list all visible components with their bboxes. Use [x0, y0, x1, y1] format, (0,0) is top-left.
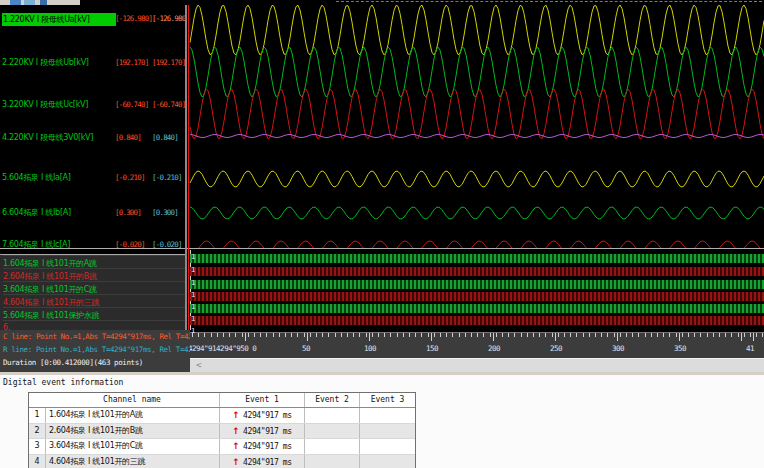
time-axis-ruler[interactable]: 4294"914294"950 05010015020025030035041 — [190, 332, 764, 359]
major-tick — [493, 333, 494, 341]
minor-tick — [415, 333, 416, 337]
digital-state-value: 1 — [191, 327, 195, 335]
minor-tick — [359, 333, 360, 337]
digital-status-bar — [190, 316, 764, 325]
minor-tick — [397, 333, 398, 337]
waveform-trace — [190, 135, 764, 138]
minor-tick — [390, 333, 391, 337]
minor-tick — [719, 333, 720, 337]
top-ruler-edge — [336, 1, 762, 2]
minor-tick — [248, 333, 249, 337]
event3-cell — [359, 424, 415, 439]
cursor-value-r: [0.840] — [152, 133, 178, 142]
minor-tick — [260, 333, 261, 337]
digital-channel-label[interactable]: 6. — [3, 320, 185, 330]
event3-cell — [359, 439, 415, 454]
channel-label: 2.220KV I 段母线Ub[kV] — [2, 57, 89, 68]
minor-tick — [570, 333, 571, 337]
digital-channel-label[interactable]: 2.604拓泉 I 线101开的B跳 — [3, 268, 185, 282]
table-header-cell: Event 2 — [304, 393, 359, 407]
minor-tick — [738, 333, 739, 337]
minor-tick — [477, 333, 478, 337]
event-time: 4294"917 ms — [243, 411, 292, 420]
table-header-row: Channel nameEvent 1Event 2Event 3 — [29, 393, 415, 408]
minor-tick — [508, 333, 509, 337]
minor-tick — [626, 333, 627, 337]
axis-tick-label: 4294"914294"950 0 — [190, 344, 256, 353]
event3-cell — [359, 455, 415, 468]
major-tick — [753, 333, 754, 341]
minor-tick — [527, 333, 528, 337]
waveform-trace — [190, 171, 764, 187]
cursor-value-c: [-60.740] — [115, 100, 148, 109]
minor-tick — [663, 333, 664, 337]
event-up-arrow-icon: ↑ — [232, 457, 243, 467]
table-row[interactable]: 33.604拓泉 I 线101开的C跳↑ 4294"917 ms — [29, 438, 415, 454]
minor-tick — [452, 333, 453, 337]
digital-state-value: 1 — [191, 303, 195, 311]
waveform-trace — [190, 207, 764, 219]
cursor-value-r: [-60.740] — [152, 100, 185, 109]
minor-tick — [347, 333, 348, 337]
minor-tick — [595, 333, 596, 337]
major-tick — [431, 333, 432, 341]
event-time: 4294"917 ms — [243, 427, 292, 436]
minor-tick — [459, 333, 460, 337]
channel-label: 6.604拓泉 I 线Ib[A] — [2, 207, 71, 218]
waveform-trace — [190, 5, 764, 55]
minor-tick — [756, 333, 757, 337]
digital-channel-label[interactable]: 1.604拓泉 I 线101开的A跳 — [3, 255, 185, 269]
event-up-arrow-icon: ↑ — [232, 410, 243, 420]
digital-state-value: 1 — [191, 291, 195, 299]
digital-event-table[interactable]: Channel nameEvent 1Event 2Event 311.604拓… — [28, 392, 416, 468]
minor-tick — [421, 333, 422, 337]
minor-tick — [403, 333, 404, 337]
minor-tick — [601, 333, 602, 337]
table-row[interactable]: 22.604拓泉 I 线101开的B跳↑ 4294"917 ms — [29, 423, 415, 439]
channel-label: 1.220KV I 段母线Ua[kV] — [2, 13, 116, 26]
waveform-plot[interactable] — [186, 5, 764, 249]
digital-channel-label[interactable]: 5.604拓泉 I 线101保护永跳 — [3, 307, 185, 321]
minor-tick — [614, 333, 615, 337]
panel-divider[interactable] — [185, 5, 187, 330]
minor-tick — [366, 333, 367, 337]
minor-tick — [545, 333, 546, 337]
minor-tick — [533, 333, 534, 337]
cursor-line-c[interactable] — [188, 5, 189, 331]
status-duration: Duration [0:00.412000](463 points) — [3, 358, 143, 367]
major-tick — [679, 333, 680, 341]
fault-recorder-window: 1.220KV I 段母线Ua[kV][-126.980][-126.980]2… — [0, 0, 764, 468]
minor-tick — [335, 333, 336, 337]
minor-tick — [242, 333, 243, 337]
minor-tick — [725, 333, 726, 337]
minor-tick — [620, 333, 621, 337]
minor-tick — [316, 333, 317, 337]
digital-channel-label[interactable]: 3.604拓泉 I 线101开的C跳 — [3, 281, 185, 295]
cursor-value-r: [192.170] — [152, 58, 185, 67]
cursor-value-c: [-0.210] — [115, 173, 145, 182]
minor-tick — [273, 333, 274, 337]
minor-tick — [682, 333, 683, 337]
event-section-body: Digital event information Channel nameEv… — [0, 375, 764, 468]
channel-name-cell: 3.604拓泉 I 线101开的C跳 — [45, 439, 219, 454]
cursor-value-c: [-126.980] — [115, 14, 152, 23]
table-row[interactable]: 11.604拓泉 I 线101开的A跳↑ 4294"917 ms — [29, 408, 415, 423]
digital-channel-label[interactable]: 4.604拓泉 I 线101开的三跳 — [3, 294, 185, 308]
cursor-value-r: [-126.980] — [152, 14, 186, 23]
axis-tick-label: 250 — [550, 344, 562, 353]
horizontal-scrollbar[interactable]: < — [190, 358, 764, 373]
minor-tick — [229, 333, 230, 337]
event2-cell — [304, 408, 359, 423]
table-row[interactable]: 44.604拓泉 I 线101开的三跳↑ 4294"917 ms — [29, 454, 415, 468]
minor-tick — [285, 333, 286, 337]
channel-label: 5.604拓泉 I 线Ia[A] — [2, 172, 71, 183]
minor-tick — [694, 333, 695, 337]
table-header-cell: Channel name — [45, 393, 219, 407]
minor-tick — [483, 333, 484, 337]
scrollbar-left-arrow-icon[interactable]: < — [196, 360, 201, 370]
minor-tick — [558, 333, 559, 337]
event1-cell: ↑ 4294"917 ms — [219, 455, 304, 468]
minor-tick — [291, 333, 292, 337]
minor-tick — [539, 333, 540, 337]
channel-list-panel[interactable]: 1.220KV I 段母线Ua[kV][-126.980][-126.980]2… — [0, 5, 186, 330]
